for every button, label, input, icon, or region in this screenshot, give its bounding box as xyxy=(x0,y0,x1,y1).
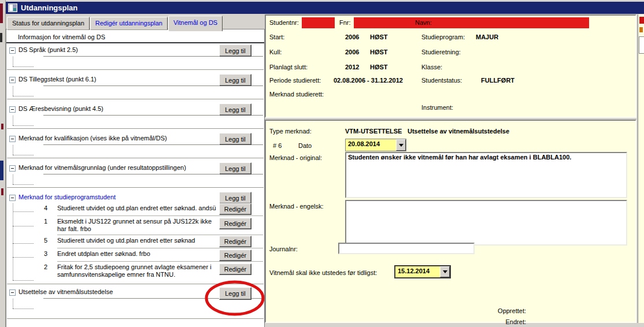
navn-label: Navn: xyxy=(415,19,432,26)
vitnemal-ds-panel: Informasjon for vitnemål og DS DS Språk … xyxy=(6,29,265,327)
legg-til-button[interactable]: Legg til xyxy=(219,192,251,204)
studentnr-label: Studentnr: xyxy=(269,19,299,26)
kull-year: 2006 xyxy=(345,49,359,55)
tab-rediger-utdanningsplan[interactable]: Redigér utdanningsplan xyxy=(90,17,168,30)
kull-label: Kull: xyxy=(269,49,282,55)
merknad-studierett-label: Merknad studierett: xyxy=(269,91,324,98)
collapse-icon[interactable] xyxy=(9,106,16,113)
tidligst-combobox[interactable]: 15.12.2014 xyxy=(394,265,451,278)
panel-header: Informasjon for vitnemål og DS xyxy=(18,34,105,40)
section-label: Merknad for kvalifikasjon (vises ikke på… xyxy=(18,135,167,142)
journalnr-input[interactable] xyxy=(338,243,475,254)
start-year: 2006 xyxy=(345,34,359,40)
merknad-detail-panel: Type merknad: VTM-UTSETTELSE Utsettelse … xyxy=(265,120,636,323)
tidligst-label: Vitnemål skal ikke utstedes før tidligst… xyxy=(269,269,377,276)
section-separator xyxy=(7,158,264,158)
tree-line xyxy=(13,96,34,96)
legg-til-button[interactable]: Legg til xyxy=(219,287,251,300)
instrument-label: Instrument: xyxy=(421,104,453,111)
tab-status-for-utdanningsplan[interactable]: Status for utdanningsplan xyxy=(7,17,90,30)
background-window-fragment xyxy=(0,161,3,180)
type-merknad-code: VTM-UTSETTELSE xyxy=(345,128,402,135)
section-separator xyxy=(7,187,264,188)
section-merknad-kvalifikasjon: Merknad for kvalifikasjon (vises ikke på… xyxy=(6,133,264,162)
header-divider xyxy=(6,42,264,43)
section-label: Merknad for studieprogramstudent xyxy=(18,194,116,200)
rediger-button[interactable]: Redigér xyxy=(219,218,251,229)
collapse-icon[interactable] xyxy=(9,47,16,54)
tab-strip: Status for utdanningsplan Redigér utdann… xyxy=(7,15,223,30)
tree-line xyxy=(13,86,13,96)
tree-line xyxy=(13,66,34,67)
legg-til-button[interactable]: Legg til xyxy=(219,133,251,145)
collapse-icon[interactable] xyxy=(9,77,16,83)
opprettet-label: Opprettet: xyxy=(457,307,526,314)
section-utsettelse: Utsettelse av vitnemålsutstedelse Legg t… xyxy=(6,287,264,319)
merknad-original-label: Merknad - original: xyxy=(269,154,322,161)
tree-line xyxy=(13,155,34,155)
planlagt-slutt-label: Planlagt slutt: xyxy=(269,64,308,70)
tree-line xyxy=(13,203,13,280)
rediger-button[interactable]: Redigér xyxy=(219,263,251,275)
background-window-fragment xyxy=(0,33,2,42)
dropdown-button[interactable] xyxy=(396,139,406,151)
dato-label: Dato xyxy=(298,142,312,149)
clipped-text-fragment xyxy=(639,27,643,32)
note-separator xyxy=(57,248,263,248)
tree-line xyxy=(13,257,34,258)
window-title: Utdanningsplan xyxy=(21,3,77,12)
section-label: DS Æresbevisning (punkt 4.5) xyxy=(18,105,103,112)
collapse-icon[interactable] xyxy=(9,195,16,201)
tree-line xyxy=(13,184,34,185)
tab-vitnemal-og-ds[interactable]: Vitnemål og DS xyxy=(168,16,223,31)
section-merknad-studieprogramstudent: Merknad for studieprogramstudent Legg ti… xyxy=(6,192,264,284)
type-merknad-label: Type merknad: xyxy=(269,128,312,135)
window-titlebar[interactable]: Utdanningsplan xyxy=(6,2,644,14)
type-merknad-desc: Utsettelse av vitnemålsutstedelse xyxy=(408,128,509,135)
planlagt-year: 2012 xyxy=(345,64,359,70)
note-text: Endret utdplan etter søknad. frbo xyxy=(57,250,216,258)
periode-value: 02.08.2006 - 31.12.2012 xyxy=(334,77,403,84)
studieprogram-value: MAJUR xyxy=(476,34,498,40)
studieretning-label: Studieretning: xyxy=(421,49,461,55)
background-window-fragment xyxy=(1,188,3,195)
note-separator xyxy=(57,235,263,235)
section-separator xyxy=(7,284,264,284)
note-number: 4 xyxy=(44,205,47,211)
note-number: 3 xyxy=(44,250,47,257)
collapse-icon[interactable] xyxy=(9,136,16,142)
rediger-button[interactable]: Redigér xyxy=(219,250,251,261)
merknad-engelsk-textarea[interactable] xyxy=(345,200,627,246)
tidligst-value: 15.12.2014 xyxy=(395,266,440,277)
rediger-button[interactable]: Redigér xyxy=(219,203,251,215)
start-term: HØST xyxy=(370,34,388,40)
note-separator xyxy=(57,261,263,262)
background-window-edge xyxy=(0,0,6,327)
rediger-button[interactable]: Redigér xyxy=(219,236,251,247)
student-info-panel: Studentnr: Fnr: Navn: Start: 2006 HØST S… xyxy=(265,14,636,118)
tree-line xyxy=(13,57,13,66)
legg-til-button[interactable]: Legg til xyxy=(219,103,251,116)
window-icon xyxy=(8,3,17,12)
section-merknad-vitnemalsgrunnlag: Merknad for vitnemålsgrunnlag (under res… xyxy=(6,162,264,192)
utdanningsplan-window: Utdanningsplan Status for utdanningsplan… xyxy=(0,0,644,327)
dato-combobox[interactable]: 20.08.2014 xyxy=(345,139,406,151)
section-ds-aeresbevisning: DS Æresbevisning (punkt 4.5) Legg til xyxy=(6,103,264,133)
note-number: 1 xyxy=(44,218,47,225)
dropdown-button[interactable] xyxy=(440,266,450,277)
note-text: Eksmeldt i JUS122 grunnet at sensur på J… xyxy=(57,218,216,233)
section-ds-sprak: DS Språk (punkt 2.5) Legg til xyxy=(6,44,264,74)
note-text: Studierett utvidet og utd.plan endret et… xyxy=(57,237,216,244)
tree-line xyxy=(13,226,34,226)
legg-til-button[interactable]: Legg til xyxy=(219,74,251,86)
collapse-icon[interactable] xyxy=(9,289,16,296)
note-number: 5 xyxy=(44,237,47,244)
merknad-original-textarea[interactable]: Studenten ønsker ikke vitnemål før han h… xyxy=(345,152,627,198)
legg-til-button[interactable]: Legg til xyxy=(219,44,251,57)
periode-label: Periode studierett: xyxy=(269,77,321,84)
legg-til-button[interactable]: Legg til xyxy=(219,162,251,174)
collapse-icon[interactable] xyxy=(9,165,16,172)
tree-line xyxy=(13,174,13,184)
tree-line xyxy=(13,211,34,212)
section-label: DS Tilleggstekst (punkt 6.1) xyxy=(18,76,97,83)
